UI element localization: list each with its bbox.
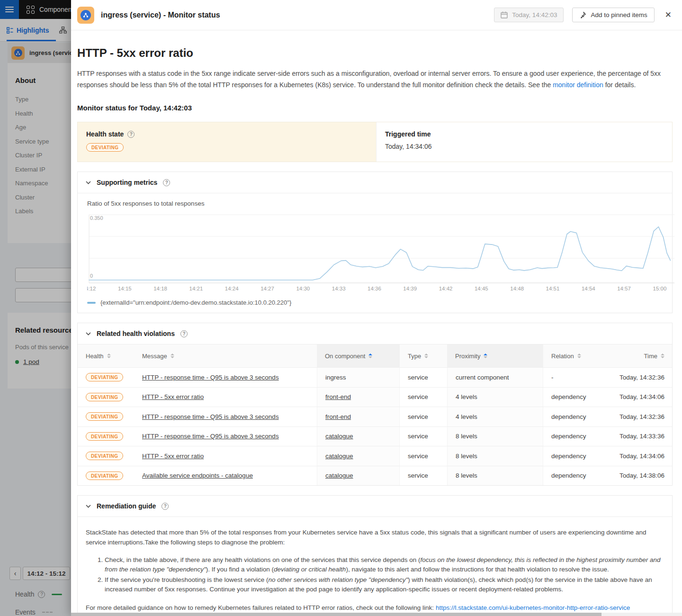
help-icon[interactable]: ? [127,131,135,138]
violation-message-link[interactable]: HTTP - response time - Q95 is above 3 se… [142,413,279,420]
modal-body: HTTP - 5xx error ratio HTTP responses wi… [71,30,682,616]
sort-arrows-icon [107,353,111,358]
violation-message-link[interactable]: HTTP - response time - Q95 is above 3 se… [142,374,279,381]
table-row: DEVIATINGHTTP - 5xx error ratiofront-end… [78,387,672,407]
svg-text:14:15: 14:15 [118,286,132,291]
help-icon[interactable]: ? [163,179,170,186]
remediation-link[interactable]: https://l.stackstate.com/ui-kubernetes-m… [436,604,630,611]
component-link[interactable]: catalogue [325,472,353,479]
violation-message-link[interactable]: HTTP - 5xx error ratio [142,393,204,400]
svg-text:14:24: 14:24 [225,286,239,291]
column-header-type[interactable]: Type [400,344,447,367]
on-component-cell: front-end [317,388,400,407]
health-cell: DEVIATING [78,388,134,407]
proximity-cell: 4 levels [447,407,543,426]
violation-message-link[interactable]: HTTP - response time - Q95 is above 3 se… [142,433,279,440]
svg-text:14:51: 14:51 [546,286,560,291]
pin-icon [579,11,586,18]
table-row: DEVIATINGHTTP - 5xx error ratiocatalogue… [78,446,672,466]
deviating-badge: DEVIATING [86,412,123,421]
deviating-badge: DEVIATING [86,393,123,401]
column-header-on-component[interactable]: On component [317,344,400,367]
message-cell: Available service endpoints - catalogue [134,466,317,486]
svg-text:14:33: 14:33 [332,286,346,291]
add-to-pinned-label: Add to pinned items [591,11,647,18]
svg-text:14:27: 14:27 [260,286,274,291]
column-label: On component [325,353,365,360]
svg-text:14:54: 14:54 [582,286,595,291]
violation-message-link[interactable]: Available service endpoints - catalogue [142,472,253,479]
triggered-time-label: Triggered time [385,130,431,138]
help-icon[interactable]: ? [180,330,188,337]
chevron-down-icon [86,181,91,184]
health-state-label: Health state [86,130,124,138]
related-health-violations-header[interactable]: Related health violations ? [78,323,672,344]
related-health-violations-title: Related health violations [97,330,175,337]
remediation-guide-header[interactable]: Remediation guide ? [78,496,672,517]
chevron-down-icon [86,332,91,335]
type-cell: service [400,407,447,426]
column-header-relation[interactable]: Relation [543,344,600,367]
calendar-icon [501,11,508,18]
component-link[interactable]: front-end [325,393,351,400]
column-header-time[interactable]: Time [600,344,672,367]
column-label: Proximity [455,353,480,360]
column-header-health[interactable]: Health [78,344,134,367]
svg-text:14:12: 14:12 [87,286,96,291]
scrollbar-thumb[interactable] [71,613,601,616]
triggered-time-cell: Triggered time Today, 14:34:06 [376,122,672,162]
related-health-violations-section: Related health violations ? HealthMessag… [77,323,673,486]
component-link[interactable]: catalogue [325,433,353,440]
supporting-metrics-header[interactable]: Supporting metrics ? [78,172,672,193]
line-chart[interactable]: 0.350014:1214:1514:1814:2114:2414:2714:3… [87,212,674,292]
modal-backdrop[interactable] [0,0,71,616]
deviating-badge: DEVIATING [86,143,124,152]
table-row: DEVIATINGHTTP - response time - Q95 is a… [78,426,672,446]
type-cell: service [400,427,447,446]
remediation-guide-title: Remediation guide [97,502,156,510]
message-cell: HTTP - 5xx error ratio [134,446,317,466]
sort-arrows-icon [484,353,487,358]
supporting-metrics-section: Supporting metrics ? Ratio of 5xx respon… [77,172,673,313]
time-cell: Today, 14:38:06 [600,466,672,486]
column-label: Type [408,353,421,360]
sort-arrows-icon [661,353,664,358]
type-cell: service [400,368,447,387]
health-state-panel: Health state ? DEVIATING Triggered time … [77,122,673,162]
add-to-pinned-button[interactable]: Add to pinned items [572,8,654,22]
table-row: DEVIATINGHTTP - response time - Q95 is a… [78,367,672,387]
monitor-definition-link[interactable]: monitor definition [553,81,603,89]
svg-text:14:42: 14:42 [439,286,453,291]
monitor-status-modal: ingress (service) - Monitor status Today… [71,0,682,616]
close-icon[interactable]: ✕ [665,10,672,20]
chart-title: Ratio of 5xx responses to total response… [87,200,672,207]
violation-message-link[interactable]: HTTP - 5xx error ratio [142,453,204,460]
screen: Component Highlights [0,0,682,616]
modal-header: ingress (service) - Monitor status Today… [71,0,682,30]
help-icon[interactable]: ? [162,503,169,510]
modal-title: ingress (service) - Monitor status [101,11,494,19]
horizontal-scrollbar[interactable] [71,613,682,616]
deviating-badge: DEVIATING [86,471,123,480]
column-header-proximity[interactable]: Proximity [447,344,543,367]
on-component-cell: catalogue [317,427,400,446]
health-cell: DEVIATING [78,368,134,387]
on-component-cell: ingress [317,368,400,387]
relation-cell: dependency [543,388,600,407]
on-component-cell: front-end [317,407,400,426]
time-picker-value: Today, 14:42:03 [512,11,557,18]
svg-text:0: 0 [90,273,93,279]
sort-arrows-icon [368,353,372,358]
triggered-time-value: Today, 14:34:06 [385,143,672,150]
type-cell: service [400,446,447,466]
legend-swatch [87,302,96,304]
component-link[interactable]: catalogue [325,453,353,460]
column-header-message[interactable]: Message [134,344,317,367]
component-link[interactable]: front-end [325,413,351,420]
column-label: Time [644,353,657,360]
sort-arrows-icon [424,353,428,358]
supporting-metrics-title: Supporting metrics [97,179,157,186]
time-picker-button[interactable]: Today, 14:42:03 [494,8,564,22]
column-label: Health [86,353,104,360]
remediation-step: If the service you're troubleshooting is… [105,575,663,594]
